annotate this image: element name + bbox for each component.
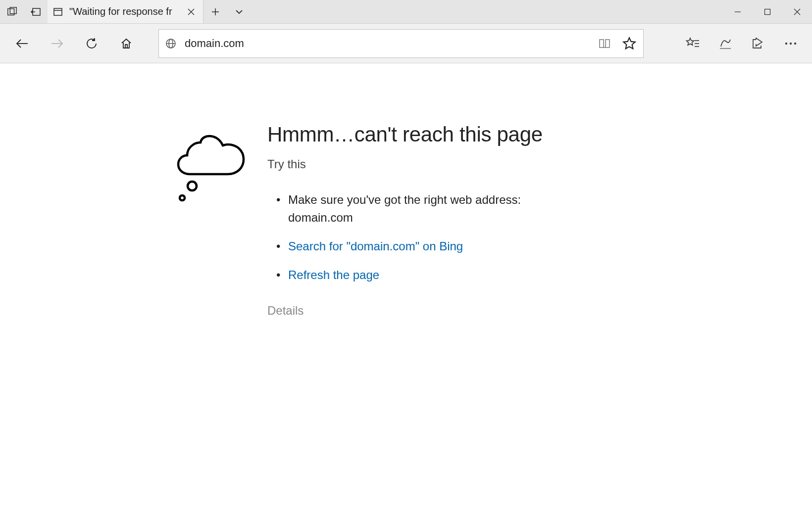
minimize-button[interactable] bbox=[723, 0, 753, 23]
suggestion-refresh: Refresh the page bbox=[267, 266, 584, 284]
tab-actions bbox=[0, 0, 48, 23]
refresh-button[interactable] bbox=[74, 29, 109, 58]
new-tab-button[interactable] bbox=[203, 0, 227, 23]
svg-point-28 bbox=[188, 182, 197, 190]
favorites-hub-button[interactable] bbox=[676, 29, 709, 58]
tab-close-button[interactable] bbox=[184, 5, 198, 19]
details-toggle[interactable]: Details bbox=[267, 304, 584, 318]
toolbar bbox=[0, 24, 812, 63]
home-button[interactable] bbox=[109, 29, 144, 58]
page-favicon-icon bbox=[52, 6, 63, 17]
error-title: Hmmm…can't reach this page bbox=[267, 123, 584, 146]
error-subtitle: Try this bbox=[267, 157, 584, 171]
error-body: Hmmm…can't reach this page Try this Make… bbox=[267, 123, 584, 318]
suggestion-search: Search for "domain.com" on Bing bbox=[267, 237, 584, 255]
svg-rect-1 bbox=[10, 7, 16, 13]
address-bar[interactable] bbox=[158, 29, 644, 58]
thought-cloud-icon bbox=[173, 128, 253, 207]
svg-point-25 bbox=[785, 42, 787, 44]
search-bing-link[interactable]: Search for "domain.com" on Bing bbox=[288, 239, 463, 253]
settings-menu-button[interactable] bbox=[774, 29, 807, 58]
share-button[interactable] bbox=[742, 29, 774, 58]
forward-button[interactable] bbox=[40, 29, 74, 58]
suggestion-list: Make sure you've got the right web addre… bbox=[267, 191, 584, 284]
error-page: Hmmm…can't reach this page Try this Make… bbox=[0, 63, 812, 318]
set-aside-tabs-icon[interactable] bbox=[0, 0, 24, 23]
maximize-button[interactable] bbox=[753, 0, 782, 23]
reading-view-icon[interactable] bbox=[596, 35, 613, 52]
svg-point-26 bbox=[790, 42, 792, 44]
browser-tab[interactable]: "Waiting for response fr bbox=[48, 0, 203, 23]
refresh-page-link[interactable]: Refresh the page bbox=[288, 268, 379, 282]
site-identity-icon[interactable] bbox=[164, 37, 178, 50]
notes-button[interactable] bbox=[709, 29, 742, 58]
svg-marker-21 bbox=[687, 38, 694, 45]
window-controls bbox=[723, 0, 812, 23]
svg-rect-3 bbox=[54, 8, 62, 15]
tabs-aside-icon[interactable] bbox=[24, 0, 48, 23]
svg-rect-15 bbox=[125, 45, 127, 48]
svg-rect-10 bbox=[765, 9, 770, 14]
tab-preview-dropdown[interactable] bbox=[227, 0, 251, 23]
address-input[interactable] bbox=[185, 37, 589, 50]
titlebar: "Waiting for response fr bbox=[0, 0, 812, 24]
svg-point-27 bbox=[794, 42, 796, 44]
close-window-button[interactable] bbox=[782, 0, 812, 23]
suggestion-check-address: Make sure you've got the right web addre… bbox=[267, 191, 584, 227]
svg-marker-20 bbox=[623, 38, 635, 48]
favorite-star-icon[interactable] bbox=[620, 35, 638, 52]
svg-point-29 bbox=[180, 195, 185, 200]
toolbar-right bbox=[676, 29, 807, 58]
svg-rect-0 bbox=[8, 8, 14, 15]
back-button[interactable] bbox=[5, 29, 40, 58]
tab-title: "Waiting for response fr bbox=[69, 6, 178, 17]
